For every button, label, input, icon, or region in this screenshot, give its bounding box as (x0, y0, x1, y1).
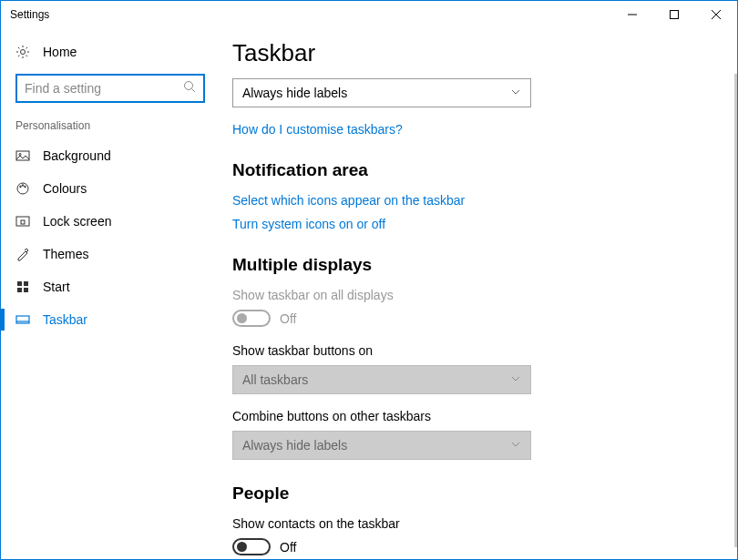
show-buttons-on-label: Show taskbar buttons on (232, 343, 701, 358)
system-icons-link[interactable]: Turn system icons on or off (232, 217, 701, 231)
toggle-state: Off (280, 540, 296, 555)
people-heading: People (232, 484, 701, 504)
show-contacts-toggle[interactable] (232, 538, 271, 555)
home-label: Home (43, 45, 77, 59)
start-icon (15, 280, 30, 294)
taskbar-icon (15, 312, 30, 327)
sidebar-item-themes[interactable]: Themes (1, 238, 220, 270)
svg-line-6 (192, 89, 196, 93)
sidebar-item-colours[interactable]: Colours (1, 172, 220, 205)
show-contacts-label: Show contacts on the taskbar (232, 516, 701, 531)
svg-point-4 (21, 50, 26, 55)
scrollbar-thumb[interactable] (734, 74, 737, 547)
multiple-displays-heading: Multiple displays (232, 255, 701, 275)
palette-icon (15, 181, 30, 196)
page-title: Taskbar (232, 39, 701, 67)
sidebar-item-label: Themes (43, 247, 89, 261)
home-button[interactable]: Home (1, 39, 220, 68)
show-taskbar-all-toggle (232, 310, 271, 327)
svg-rect-15 (17, 281, 22, 286)
chevron-down-icon (510, 86, 521, 100)
svg-rect-17 (17, 288, 22, 292)
sidebar-item-label: Taskbar (43, 312, 87, 327)
dropdown-value: All taskbars (242, 372, 308, 387)
toggle-state: Off (280, 311, 296, 326)
sidebar-item-label: Lock screen (43, 214, 111, 229)
sidebar-item-background[interactable]: Background (1, 139, 220, 172)
svg-point-5 (185, 82, 193, 90)
titlebar: Settings (1, 1, 737, 28)
svg-rect-18 (24, 288, 28, 292)
chevron-down-icon (510, 438, 521, 453)
select-icons-link[interactable]: Select which icons appear on the taskbar (232, 193, 701, 208)
svg-point-12 (25, 186, 26, 188)
combine-other-label: Combine buttons on other taskbars (232, 409, 701, 423)
chevron-down-icon (510, 372, 521, 387)
notification-area-heading: Notification area (232, 160, 701, 180)
main-panel: Taskbar Always hide labels How do I cust… (220, 28, 737, 559)
sidebar-item-start[interactable]: Start (1, 270, 220, 303)
search-input[interactable] (25, 81, 179, 96)
customise-taskbars-link[interactable]: How do I customise taskbars? (232, 122, 701, 137)
dropdown-value: Always hide labels (242, 86, 347, 100)
svg-rect-19 (16, 316, 29, 323)
svg-rect-14 (21, 220, 25, 224)
lockscreen-icon (15, 214, 30, 229)
sidebar-item-label: Start (43, 280, 70, 294)
svg-rect-1 (671, 11, 679, 19)
sidebar-item-taskbar[interactable]: Taskbar (1, 303, 220, 336)
combine-buttons-dropdown[interactable]: Always hide labels (232, 78, 531, 107)
svg-point-8 (19, 154, 21, 156)
combine-other-dropdown: Always hide labels (232, 431, 531, 460)
minimize-button[interactable] (611, 1, 653, 28)
svg-point-11 (22, 185, 24, 187)
sidebar-item-label: Colours (43, 181, 87, 196)
show-buttons-on-dropdown: All taskbars (232, 365, 531, 394)
gear-icon (15, 45, 30, 59)
window-title: Settings (10, 8, 49, 21)
svg-rect-16 (24, 281, 28, 286)
picture-icon (15, 148, 30, 163)
sidebar-section-label: Personalisation (1, 119, 220, 139)
themes-icon (15, 247, 30, 261)
sidebar-item-label: Background (43, 148, 111, 163)
svg-point-10 (20, 186, 22, 188)
search-box[interactable] (15, 74, 205, 103)
window-controls (611, 1, 737, 28)
sidebar-item-lockscreen[interactable]: Lock screen (1, 205, 220, 238)
search-icon (183, 80, 196, 97)
sidebar: Home Personalisation Background Colours (1, 28, 220, 559)
show-taskbar-all-label: Show taskbar on all displays (232, 288, 701, 302)
maximize-button[interactable] (653, 1, 695, 28)
close-button[interactable] (695, 1, 737, 28)
dropdown-value: Always hide labels (242, 438, 347, 453)
